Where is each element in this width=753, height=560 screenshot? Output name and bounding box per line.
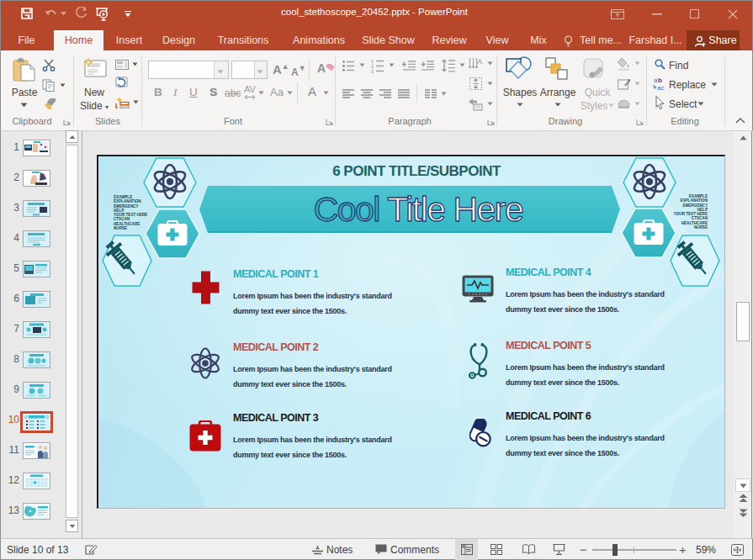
svg-text:ac: ac xyxy=(657,84,664,91)
svg-text:A: A xyxy=(477,57,482,66)
svg-text:3: 3 xyxy=(371,69,374,73)
svg-text:b: b xyxy=(658,77,662,84)
